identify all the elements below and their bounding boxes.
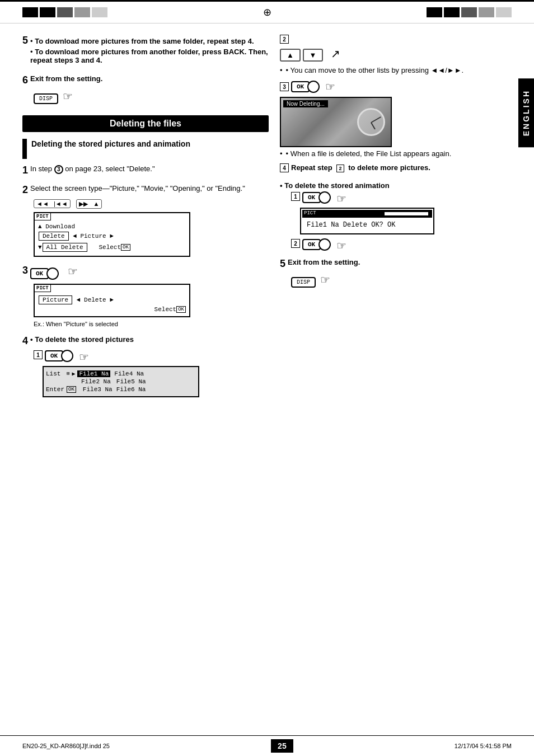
header-block-r1 — [427, 7, 442, 17]
ok-button-a2[interactable]: OK — [302, 239, 321, 250]
step-4-substep-1: 1 OK ☞ — [34, 350, 269, 364]
step-6-text: Exit from the setting. — [30, 74, 102, 83]
step-5-number: 5 — [22, 35, 28, 46]
bullet-dot-r3: • — [280, 149, 283, 158]
pict-label-1: PICT — [35, 213, 51, 220]
header-block-5 — [92, 7, 107, 17]
footer: EN20-25_KD-AR860[J]f.indd 25 25 12/17/04… — [0, 735, 534, 756]
step-6-disp: DISP ☞ — [34, 90, 269, 104]
arrow-down-btn[interactable]: ▼ — [303, 49, 324, 62]
header-blocks-right — [427, 7, 512, 17]
step-2-controls: ◄◄ |◄◄ ▶▶ ▲ — [34, 199, 269, 209]
step-5-header: 5 • To download more pictures from the s… — [22, 35, 269, 67]
header-block-3 — [57, 7, 73, 17]
page-number: 25 — [271, 739, 293, 753]
anim-substep-1: 1 OK ☞ — [291, 192, 512, 205]
download-label: Download — [45, 223, 75, 230]
hand-cursor-r3: ☞ — [325, 80, 335, 93]
header-block-1 — [22, 7, 38, 17]
right-step-5-area: 5 Exit from the setting. DISP ☞ — [280, 258, 512, 288]
right-step-4-header: 4 Repeat step 2 to delete more pictures. — [280, 163, 512, 172]
hand-cursor-r2: ↗ — [331, 48, 340, 60]
header-block-r2 — [444, 7, 460, 17]
sq-num-r3: 3 — [280, 82, 289, 91]
anim-top-bar: PICT — [302, 210, 432, 218]
step-1-number: 1 — [22, 165, 28, 176]
right-step-2-area: 2 ▲ ▼ ↗ • • You can move to the other li… — [280, 35, 512, 74]
delete-label-2: Delete — [84, 297, 106, 303]
all-delete-btn: All Delete — [43, 243, 87, 252]
crosshair-symbol: ⊕ — [119, 6, 415, 18]
sq-num-a1: 1 — [291, 192, 300, 201]
right-step-2-header: 2 — [280, 35, 512, 44]
disp-button-2[interactable]: DISP — [291, 277, 316, 288]
footer-filename: EN20-25_KD-AR860[J]f.indd 25 — [22, 743, 110, 749]
list-label: List — [46, 370, 64, 377]
next-nav[interactable]: ▶▶ ▲ — [76, 199, 102, 209]
now-deleting-screen: Now Deleting... — [280, 97, 392, 147]
header-block-2 — [40, 7, 55, 17]
header-block-r5 — [496, 7, 512, 17]
prev-nav[interactable]: ◄◄ |◄◄ — [34, 199, 71, 208]
subsection-text: Deleting the stored pictures and animati… — [31, 139, 190, 150]
hand-cursor-3: ☞ — [68, 265, 78, 278]
header-block-r3 — [461, 7, 477, 17]
all-delete-icon: ▼ — [38, 244, 42, 251]
ok-badge-2: OK — [176, 306, 186, 313]
ok-button-4-1[interactable]: OK — [45, 350, 63, 361]
file-list-screen: List ⊞ ▶ File1 Na File4 Na File2 Na File… — [43, 366, 199, 397]
anim-bar-fill — [318, 212, 428, 215]
bullet-dot-r2: • — [280, 66, 283, 74]
delete-animation-title: • To delete the stored animation — [280, 181, 512, 190]
sq-num-r4: 4 — [280, 163, 289, 172]
step-circle-3: 3 — [54, 165, 63, 174]
step-5-content: • To download more pictures from the sam… — [30, 35, 269, 67]
disp-button-1[interactable]: DISP — [34, 93, 58, 104]
arrow-up-btn[interactable]: ▲ — [280, 49, 301, 62]
right-step-5-disp: DISP ☞ — [291, 273, 512, 288]
arrow-up-icon: ▲ — [287, 51, 294, 59]
step-1-block: 1 In step 3 on page 23, select "Delete." — [22, 165, 269, 176]
sq-num-a2: 2 — [291, 239, 300, 248]
anim-file-text: File1 Na Delete OK? OK — [307, 221, 395, 229]
hand-cursor-5: ☞ — [320, 274, 330, 286]
ok-badge-enter: OK — [67, 386, 76, 393]
pict-content-1: ▲ Download Delete ◄ Picture ► ▼ All Dele… — [38, 223, 186, 252]
step-square-2: 2 — [336, 165, 344, 172]
header-bar: ⊕ — [0, 0, 534, 24]
hand-cursor-a1: ☞ — [336, 192, 346, 205]
right-step-4-text: Repeat step 2 to delete more pictures. — [291, 163, 430, 172]
step-2-text: Select the screen type—"Picture," "Movie… — [30, 184, 245, 192]
up-down-arrows: ▲ ▼ ↗ — [280, 47, 512, 62]
screen-mockup-1: PICT ▲ Download Delete ◄ Picture ► ▼ All… — [34, 212, 190, 257]
step-5-block: 5 • To download more pictures from the s… — [22, 35, 269, 67]
file5: File5 Na — [115, 378, 148, 385]
ok-button-3[interactable]: OK — [30, 268, 49, 279]
ok-button-r3[interactable]: OK — [291, 81, 310, 92]
step-3-number: 3 — [22, 265, 28, 276]
step-5-bullet-2: • To download more pictures from another… — [30, 48, 269, 64]
step-1-header: 1 In step 3 on page 23, select "Delete." — [22, 165, 269, 176]
right-step-3-bullet: • • When a file is deleted, the File Lis… — [280, 149, 512, 158]
step-2-block: 2 Select the screen type—"Picture," "Mov… — [22, 184, 269, 257]
step-4-text: • To delete the stored pictures — [30, 335, 134, 344]
file1-highlight: File1 Na — [77, 370, 110, 377]
right-step-3-area: 3 OK ☞ Now Deleting... • — [280, 80, 512, 158]
screen-row-alldelete: ▼ All Delete SelectOK — [38, 242, 186, 252]
file-list-row-2: File2 Na File5 Na — [46, 378, 196, 385]
file-list-row-3: Enter OK File3 Na File6 Na — [46, 386, 196, 393]
screen-row-picture: Picture ◄ Delete ► — [38, 295, 186, 305]
right-column: 2 ▲ ▼ ↗ • • You can move to the other li… — [280, 35, 512, 405]
step-3-header: 3 OK ☞ — [22, 265, 269, 279]
file6: File6 Na — [115, 386, 148, 393]
ok-button-a1[interactable]: OK — [302, 192, 321, 203]
right-step-5-text: Exit from the setting. — [288, 258, 360, 266]
subsection-header: Deleting the stored pictures and animati… — [22, 139, 269, 159]
step-4-number: 4 — [22, 335, 28, 347]
step-3-caption: Ex.: When "Picture" is selected — [34, 321, 269, 327]
right-step-4-area: 4 Repeat step 2 to delete more pictures. — [280, 163, 512, 172]
file3: File3 Na — [83, 386, 113, 393]
right-step-5-header: 5 Exit from the setting. — [280, 258, 512, 270]
screen-row-select: SelectOK — [38, 306, 186, 313]
right-step-5-number: 5 — [280, 258, 285, 270]
